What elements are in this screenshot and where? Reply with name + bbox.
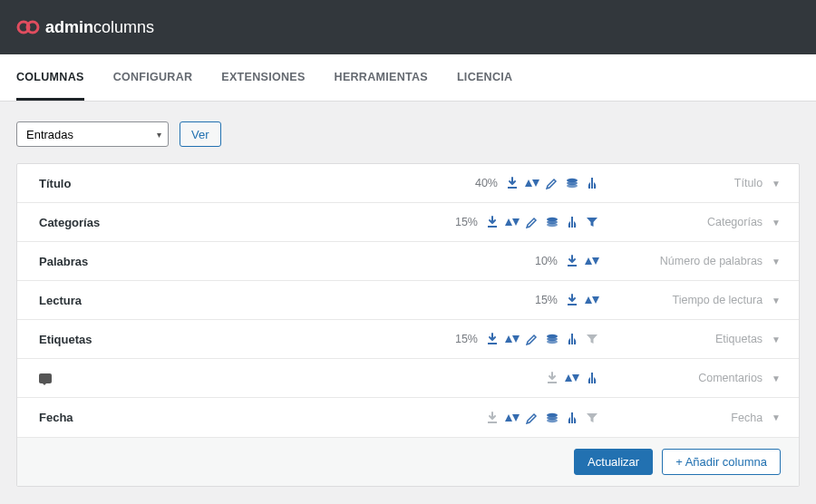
svg-rect-6 [591, 178, 593, 189]
svg-rect-21 [488, 422, 497, 423]
column-type-label: Comentarios [698, 372, 763, 384]
width-percent: 40% [475, 177, 498, 189]
download-icon[interactable] [545, 371, 559, 385]
width-percent: 15% [455, 333, 478, 345]
filter-icon[interactable] [565, 411, 579, 425]
svg-rect-25 [571, 412, 573, 423]
column-type[interactable]: Tiempo de lectura▼ [599, 294, 781, 306]
filter-icon[interactable] [565, 332, 579, 346]
download-icon[interactable] [565, 254, 579, 268]
brand-text: admincolumns [45, 18, 154, 37]
list-select-wrap: Entradas ▾ [16, 121, 169, 147]
column-type-label: Categorías [707, 216, 763, 228]
column-row[interactable]: Palabras10%Número de palabras▼ [17, 242, 799, 281]
filter-icon[interactable] [565, 215, 579, 229]
edit-icon[interactable] [545, 176, 559, 190]
column-label [39, 373, 275, 383]
tab-configurar[interactable]: CONFIGURAR [113, 54, 193, 101]
chevron-down-icon: ▼ [772, 334, 781, 344]
column-type[interactable]: Número de palabras▼ [599, 255, 781, 267]
funnel-icon[interactable] [585, 411, 599, 425]
tab-extensiones[interactable]: EXTENSIONES [221, 54, 305, 101]
filter-icon[interactable] [585, 371, 599, 385]
svg-rect-12 [568, 265, 577, 267]
export-icon[interactable] [565, 176, 579, 190]
download-icon[interactable] [485, 332, 500, 346]
column-row[interactable]: Lectura15%Tiempo de lectura▼ [17, 281, 799, 320]
download-icon[interactable] [485, 411, 500, 425]
download-icon[interactable] [485, 215, 500, 229]
toolbar: Entradas ▾ Ver [16, 121, 800, 147]
brand: admincolumns [16, 18, 154, 37]
export-icon[interactable] [545, 411, 559, 425]
edit-icon[interactable] [525, 411, 539, 425]
column-indicators: 15% [275, 332, 599, 346]
column-row[interactable]: Título40%Título▼ [17, 164, 799, 203]
column-type[interactable]: Comentarios▼ [599, 372, 781, 384]
width-percent: 15% [455, 216, 478, 228]
width-percent: 15% [535, 294, 558, 306]
column-label: Fecha [39, 411, 275, 424]
column-type[interactable]: Título▼ [599, 177, 781, 189]
sort-icon[interactable] [565, 371, 579, 385]
main: Entradas ▾ Ver Título40%Título▼Categoría… [0, 102, 816, 504]
svg-rect-18 [571, 334, 573, 344]
svg-rect-19 [548, 382, 557, 383]
edit-icon[interactable] [525, 332, 539, 346]
download-icon[interactable] [565, 293, 579, 307]
width-percent: 10% [535, 255, 558, 267]
filter-icon[interactable] [585, 176, 599, 190]
export-icon[interactable] [545, 215, 559, 229]
svg-point-5 [567, 184, 578, 188]
list-select[interactable]: Entradas [16, 121, 169, 147]
chevron-down-icon: ▼ [772, 218, 781, 228]
download-icon[interactable] [505, 176, 520, 190]
panel-footer: Actualizar + Añadir columna [17, 437, 799, 486]
column-row[interactable]: Categorías15%Categorías▼ [17, 203, 799, 242]
column-type-label: Etiquetas [715, 333, 763, 345]
column-type[interactable]: Categorías▼ [599, 216, 781, 228]
column-label: Etiquetas [39, 333, 275, 346]
sort-icon[interactable] [525, 176, 539, 190]
svg-point-17 [547, 340, 558, 344]
column-label: Título [39, 177, 275, 190]
columns-panel: Título40%Título▼Categorías15%Categorías▼… [16, 163, 800, 487]
svg-rect-13 [568, 304, 577, 305]
chevron-down-icon: ▼ [772, 296, 781, 305]
sort-icon[interactable] [585, 293, 599, 307]
column-row[interactable]: Comentarios▼ [17, 359, 799, 398]
topbar: admincolumns [0, 0, 816, 54]
column-type[interactable]: Etiquetas▼ [599, 333, 781, 345]
column-label: Categorías [39, 216, 275, 229]
chevron-down-icon: ▼ [772, 257, 781, 267]
sort-icon[interactable] [505, 411, 520, 425]
tab-herramientas[interactable]: HERRAMIENTAS [335, 54, 428, 101]
funnel-icon[interactable] [585, 215, 599, 229]
tab-columnas[interactable]: COLUMNAS [16, 54, 84, 101]
chevron-down-icon: ▼ [772, 412, 781, 422]
svg-rect-2 [508, 187, 517, 189]
column-row[interactable]: Etiquetas15%Etiquetas▼ [17, 320, 799, 359]
funnel-icon[interactable] [585, 332, 599, 346]
sort-icon[interactable] [505, 332, 520, 346]
edit-icon[interactable] [525, 215, 539, 229]
column-indicators: 15% [275, 293, 599, 307]
column-type-label: Tiempo de lectura [673, 294, 763, 306]
export-icon[interactable] [545, 332, 559, 346]
svg-rect-20 [591, 373, 593, 383]
chevron-down-icon: ▼ [772, 373, 781, 383]
add-column-button[interactable]: + Añadir columna [662, 449, 781, 475]
column-type[interactable]: Fecha▼ [599, 412, 781, 424]
column-type-label: Fecha [731, 412, 763, 424]
svg-rect-7 [488, 226, 497, 228]
chevron-down-icon: ▼ [772, 179, 781, 189]
update-button[interactable]: Actualizar [574, 449, 653, 475]
column-row[interactable]: FechaFecha▼ [17, 398, 799, 437]
tab-licencia[interactable]: LICENCIA [457, 54, 512, 101]
view-button[interactable]: Ver [180, 121, 221, 147]
svg-point-24 [547, 418, 558, 422]
svg-point-10 [547, 223, 558, 227]
sort-icon[interactable] [585, 254, 599, 268]
sort-icon[interactable] [505, 215, 520, 229]
column-type-label: Título [734, 177, 763, 189]
